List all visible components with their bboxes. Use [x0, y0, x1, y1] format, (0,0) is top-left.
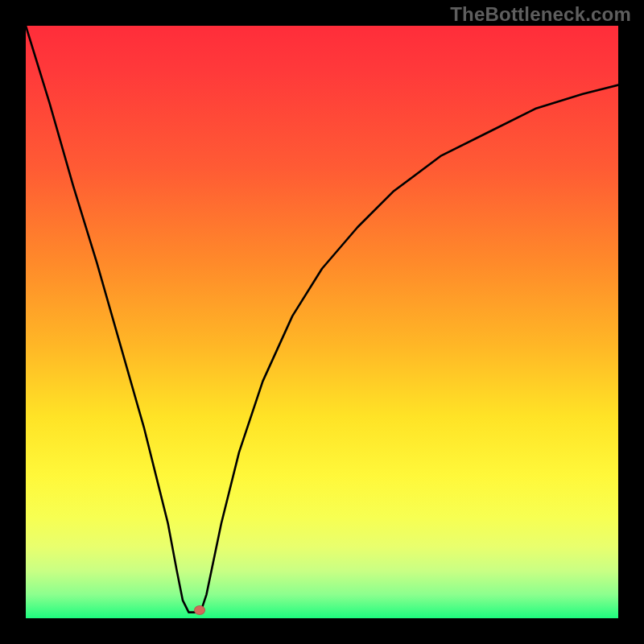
watermark-text: TheBottleneck.com: [450, 3, 631, 26]
min-marker-icon: [194, 605, 205, 615]
chart-frame: TheBottleneck.com: [0, 0, 644, 644]
plot-area: [26, 26, 618, 618]
curve-path: [26, 26, 618, 613]
curve-svg: [26, 26, 618, 618]
